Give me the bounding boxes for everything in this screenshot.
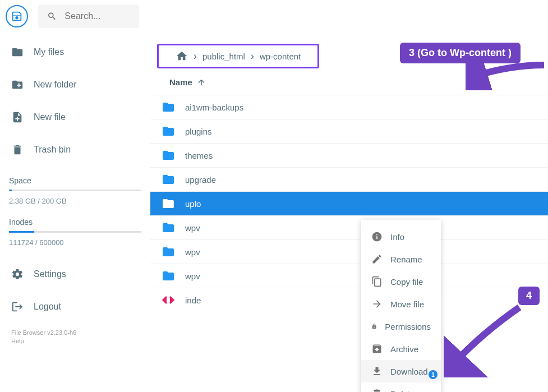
lock-icon [371,321,377,332]
inodes-label: Inodes [0,207,150,231]
sidebar-item-new-folder[interactable]: New folder [0,68,150,101]
trash-icon [371,388,383,392]
arrow-right-icon [371,298,383,310]
table-row[interactable]: wpv [150,264,548,288]
download-icon [371,366,383,377]
file-name: ai1wm-backups [185,103,243,112]
code-icon [162,293,175,307]
ctx-download[interactable]: Download1 [361,360,441,382]
ctx-copy[interactable]: Copy file [361,270,441,293]
chevron-right-icon: › [194,50,197,62]
sidebar-item-label: Trash bin [34,145,71,155]
space-label: Space [0,166,150,190]
sidebar-item-settings[interactable]: Settings [0,258,150,290]
space-text: 2.38 GB / 200 GB [0,191,150,207]
folder-icon [162,269,175,283]
file-name: upgrade [185,175,216,185]
ctx-rename[interactable]: Rename [361,248,441,270]
breadcrumb-item[interactable]: wp-content [260,52,301,61]
file-name: plugins [185,127,212,136]
table-row[interactable]: upgrade [150,167,548,191]
copy-icon [371,276,383,287]
archive-icon [371,343,383,354]
table-row[interactable]: uplo [150,191,548,215]
table-row[interactable]: wpv [150,239,548,264]
info-icon [371,231,383,242]
table-row[interactable]: wpv [150,215,548,239]
edit-icon [371,253,383,265]
search-input[interactable] [65,11,130,21]
file-name: uplo [185,199,201,209]
sidebar-item-new-file[interactable]: New file [0,101,150,133]
annotation-arrow-3 [466,59,548,90]
sidebar-item-trash[interactable]: Trash bin [0,133,150,166]
inodes-text: 111724 / 600000 [0,233,150,249]
file-name: wpv [185,247,200,257]
trash-icon [11,144,24,156]
ctx-permissions[interactable]: Permissions [361,315,441,338]
settings-icon [11,268,24,280]
table-row[interactable]: plugins [150,119,548,143]
ctx-archive[interactable]: Archive [361,338,441,360]
sidebar-item-logout[interactable]: Logout [0,290,150,323]
annotation-arrow-4 [444,305,528,377]
ctx-move[interactable]: Move file [361,293,441,315]
sidebar-item-label: New file [34,112,66,122]
context-menu: Info Rename Copy file Move file Permissi… [361,220,441,392]
search-box[interactable] [38,4,139,28]
file-name: wpv [185,223,200,233]
ctx-delete[interactable]: Delete [361,382,441,392]
ctx-info[interactable]: Info [361,225,441,248]
folder-icon [162,124,175,138]
logout-icon [11,301,24,313]
folder-icon [162,100,175,114]
sidebar-item-label: My files [34,47,64,57]
footer: File Browser v2.23.0-h6 Help [0,323,150,352]
annotation-4: 4 [518,287,540,305]
folder-icon [11,46,24,58]
file-name: wpv [185,271,200,281]
chevron-right-icon: › [251,50,254,62]
table-row[interactable]: themes [150,143,548,167]
folder-icon [162,149,175,162]
folder-icon [162,173,175,186]
new-folder-icon [11,79,24,91]
home-icon[interactable] [176,50,188,62]
folder-icon [162,245,175,259]
sort-asc-icon [197,78,206,87]
file-name: themes [185,151,213,160]
new-file-icon [11,111,24,123]
sidebar-item-label: Logout [34,302,61,312]
content: › public_html › wp-content Name ai1wm-ba… [150,33,548,392]
file-name: inde [185,296,201,305]
sidebar-item-label: New folder [34,80,76,90]
sidebar-item-label: Settings [34,269,66,279]
folder-icon [162,221,175,234]
search-icon [47,10,57,22]
sidebar-item-my-files[interactable]: My files [0,36,150,68]
app-logo [6,5,28,27]
download-badge: 1 [429,370,438,379]
folder-icon [162,197,175,210]
breadcrumb-item[interactable]: public_html [202,52,245,61]
sidebar: My files New folder New file Trash bin S… [0,33,150,392]
breadcrumb: › public_html › wp-content [157,44,319,68]
table-row[interactable]: ai1wm-backups [150,95,548,119]
